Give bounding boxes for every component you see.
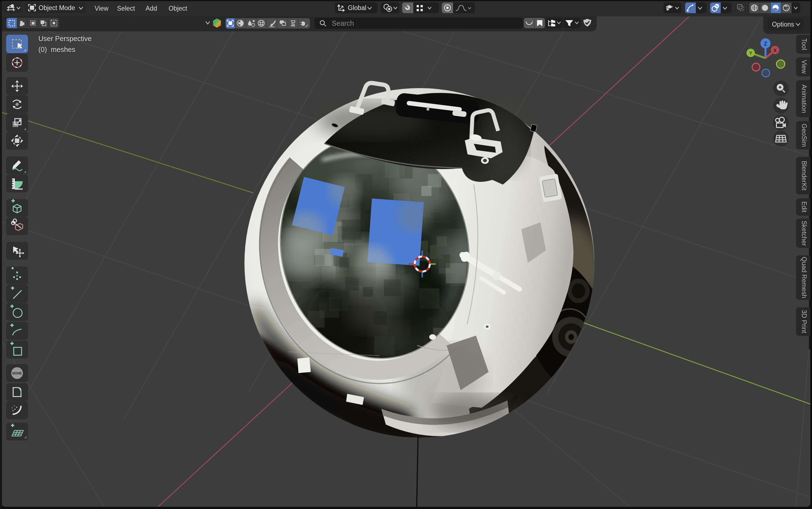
- svg-text:Y: Y: [749, 50, 752, 56]
- svg-text:X: X: [773, 48, 777, 53]
- svg-text:Z: Z: [764, 40, 767, 47]
- svg-text:NONE: NONE: [12, 371, 22, 375]
